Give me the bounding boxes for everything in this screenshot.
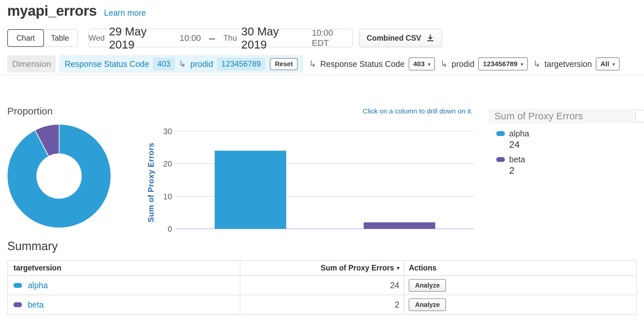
custom-report-page: myapi_errors Learn more Chart Table Wed … bbox=[0, 0, 644, 320]
legend-panel: Sum of Proxy Errors alpha 24 beta 2 bbox=[488, 109, 644, 176]
filter-name: Response Status Code bbox=[320, 59, 405, 69]
proportion-chart-title: Proportion bbox=[7, 106, 53, 117]
filter-name: targetversion bbox=[545, 59, 592, 69]
summary-table-header-row: targetversion Sum of Proxy Errors▼ Actio… bbox=[8, 261, 637, 276]
caret-down-icon: ▾ bbox=[521, 62, 523, 67]
svg-text:20: 20 bbox=[163, 159, 172, 168]
summary-table: targetversion Sum of Proxy Errors▼ Actio… bbox=[7, 260, 637, 314]
drilldown-arrow-icon: ↳ bbox=[179, 60, 186, 69]
view-toggle: Chart Table bbox=[7, 29, 78, 47]
active-filter-breadcrumb: Response Status Code 403 ↳ prodid 123456… bbox=[59, 55, 303, 72]
column-header-targetversion: targetversion bbox=[8, 261, 240, 276]
sort-desc-icon: ▼ bbox=[396, 265, 401, 271]
legend-items: alpha 24 beta 2 bbox=[488, 124, 644, 176]
legend-item-beta: beta 2 bbox=[496, 155, 644, 176]
header-divider bbox=[0, 75, 644, 75]
beta-value-cell: 2 bbox=[240, 295, 404, 314]
chart-view-button[interactable]: Chart bbox=[7, 29, 44, 47]
dropdown-value: 123456789 bbox=[483, 60, 517, 68]
combined-csv-button[interactable]: Combined CSV bbox=[359, 29, 442, 47]
filter-group-targetversion: ↳ targetversion All ▾ bbox=[533, 57, 620, 70]
dropdown-value: 403 bbox=[413, 60, 425, 68]
drilldown-arrow-icon: ↳ bbox=[440, 60, 448, 69]
drilldown-arrow-icon: ↳ bbox=[533, 60, 541, 69]
date-range-separator: – bbox=[209, 32, 215, 44]
dimension-label: Dimension bbox=[7, 55, 56, 72]
legend-item-alpha: alpha 24 bbox=[496, 129, 644, 150]
response-status-code-dropdown[interactable]: 403 ▾ bbox=[409, 57, 435, 70]
learn-more-link[interactable]: Learn more bbox=[104, 8, 146, 18]
svg-text:10: 10 bbox=[163, 192, 172, 201]
alpha-drilldown-link[interactable]: alpha bbox=[28, 281, 48, 290]
page-title: myapi_errors bbox=[7, 3, 97, 19]
drilldown-hint-text: Click on a column to drill down on it. bbox=[295, 107, 473, 115]
column-header-sum-of-proxy-errors[interactable]: Sum of Proxy Errors▼ bbox=[240, 261, 404, 276]
bar-chart[interactable]: 0102030 bbox=[160, 126, 478, 236]
breadcrumb-crumb-value[interactable]: 123456789 bbox=[217, 58, 265, 70]
legend-item-label: alpha bbox=[509, 129, 529, 138]
date-range-start-day: Wed bbox=[89, 33, 105, 43]
filter-group-response-status-code: ↳ Response Status Code 403 ▾ bbox=[309, 57, 435, 70]
date-range-picker[interactable]: Wed 29 May 2019 10:00 – Thu 30 May 2019 … bbox=[88, 29, 353, 47]
bar-chart-y-axis-label: Sum of Proxy Errors bbox=[144, 132, 158, 233]
caret-down-icon: ▾ bbox=[612, 62, 615, 67]
beta-series-swatch bbox=[496, 157, 505, 162]
legend-item-value: 2 bbox=[509, 165, 644, 176]
breadcrumb-crumb-name[interactable]: prodid bbox=[190, 59, 213, 69]
legend-title: Sum of Proxy Errors bbox=[488, 109, 644, 124]
drilldown-arrow-icon: ↳ bbox=[309, 60, 316, 69]
download-icon bbox=[426, 34, 435, 42]
beta-series-swatch bbox=[13, 302, 22, 307]
dropdown-value: All bbox=[600, 60, 609, 68]
alpha-value-cell: 24 bbox=[240, 276, 404, 295]
table-view-button[interactable]: Table bbox=[42, 29, 78, 47]
filter-group-prodid: ↳ prodid 123456789 ▾ bbox=[440, 57, 528, 70]
reset-filters-button[interactable]: Reset bbox=[270, 58, 297, 70]
legend-item-value: 24 bbox=[509, 139, 644, 150]
proportion-donut-chart[interactable] bbox=[5, 122, 113, 230]
svg-text:0: 0 bbox=[168, 225, 172, 233]
table-row-beta: beta 2 Analyze bbox=[8, 295, 637, 314]
svg-text:30: 30 bbox=[163, 127, 172, 136]
targetversion-dropdown[interactable]: All ▾ bbox=[596, 57, 619, 70]
analyze-beta-button[interactable]: Analyze bbox=[409, 298, 446, 311]
toolbar: Chart Table Wed 29 May 2019 10:00 – Thu … bbox=[7, 29, 637, 47]
breadcrumb-crumb-name[interactable]: Response Status Code bbox=[65, 59, 149, 69]
alpha-series-swatch bbox=[496, 131, 505, 136]
report-header: myapi_errors Learn more bbox=[7, 3, 146, 19]
table-row-alpha: alpha 24 Analyze bbox=[8, 276, 637, 295]
legend-overflow-button[interactable] bbox=[635, 110, 644, 122]
combined-csv-label: Combined CSV bbox=[367, 34, 421, 43]
legend-item-label: beta bbox=[509, 155, 525, 164]
dimension-bar: Dimension Response Status Code 403 ↳ pro… bbox=[7, 55, 639, 73]
date-range-end-day: Thu bbox=[223, 33, 237, 43]
date-range-start-date: 29 May 2019 bbox=[109, 25, 175, 51]
filter-name: prodid bbox=[452, 59, 475, 69]
date-range-start-time: 10:00 bbox=[180, 33, 201, 43]
breadcrumb-crumb-value[interactable]: 403 bbox=[153, 58, 174, 70]
alpha-series-swatch bbox=[13, 283, 22, 288]
date-range-end-time: 10:00 EDT bbox=[312, 28, 353, 48]
beta-drilldown-link[interactable]: beta bbox=[28, 300, 44, 309]
summary-title: Summary bbox=[7, 239, 58, 253]
analyze-alpha-button[interactable]: Analyze bbox=[409, 279, 446, 292]
prodid-dropdown[interactable]: 123456789 ▾ bbox=[478, 57, 528, 70]
filter-dropdowns: ↳ Response Status Code 403 ▾ ↳ prodid 12… bbox=[309, 57, 620, 70]
caret-down-icon: ▾ bbox=[428, 62, 431, 67]
date-range-end-date: 30 May 2019 bbox=[241, 25, 308, 51]
column-header-actions: Actions bbox=[404, 261, 637, 276]
